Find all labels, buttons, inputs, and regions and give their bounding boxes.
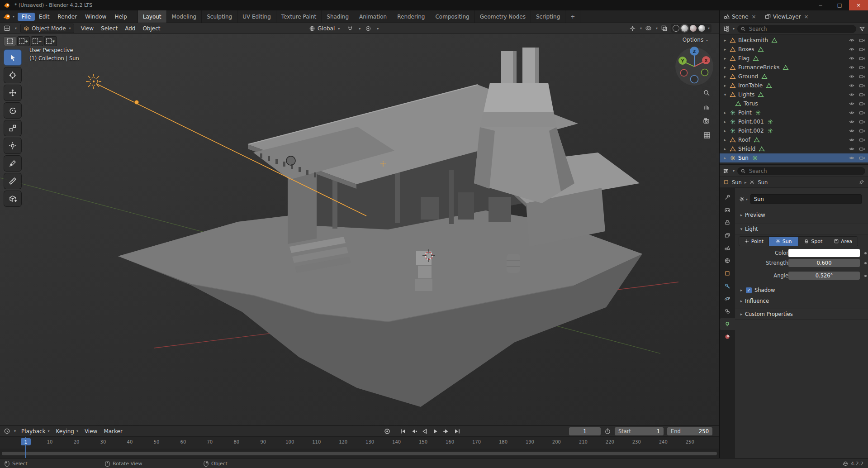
visibility-eye-icon[interactable]	[849, 119, 855, 125]
visibility-eye-icon[interactable]	[849, 155, 855, 161]
show-gizmo-icon[interactable]	[629, 25, 636, 32]
workspace-tab-uv-editing[interactable]: UV Editing	[237, 10, 276, 23]
workspace-tab-shading[interactable]: Shading	[321, 10, 354, 23]
tool-add-cube[interactable]	[4, 191, 22, 207]
timeline-ruler[interactable]: 1020304050607080901001101201301401501601…	[0, 437, 719, 449]
outliner-row-flag[interactable]: ▸Flag	[720, 54, 868, 63]
render-camera-icon[interactable]	[859, 82, 865, 89]
shading-wireframe-icon[interactable]	[673, 25, 679, 32]
light-type-sun[interactable]: Sun	[768, 237, 798, 246]
chevron-right-icon[interactable]: ▸	[722, 74, 728, 79]
add-workspace-tab[interactable]: +	[565, 10, 580, 23]
influence-section-header[interactable]: ▸ Influence	[735, 296, 868, 306]
timeline-menu-marker[interactable]: Marker	[101, 428, 125, 435]
shading-material-icon[interactable]	[690, 25, 697, 32]
play-button[interactable]	[431, 427, 441, 435]
strength-field[interactable]: 0.600	[788, 259, 860, 267]
render-camera-icon[interactable]	[859, 137, 865, 143]
render-camera-icon[interactable]	[859, 91, 865, 98]
properties-search-input[interactable]	[748, 167, 862, 175]
animate-dot-icon[interactable]	[864, 262, 867, 264]
outliner-row-furnancebricks[interactable]: ▸FurnanceBricks	[720, 63, 868, 72]
chevron-down-icon[interactable]: ▾	[722, 92, 728, 97]
render-camera-icon[interactable]	[859, 64, 865, 71]
select-mode-subtract-button[interactable]: −	[31, 36, 43, 46]
visibility-eye-icon[interactable]	[849, 82, 855, 89]
outliner-row-point-001[interactable]: ▸Point.001	[720, 117, 868, 126]
tool-scale[interactable]	[4, 120, 22, 136]
outliner-row-ground[interactable]: ▸Ground	[720, 72, 868, 81]
visibility-eye-icon[interactable]	[849, 64, 855, 71]
angle-field[interactable]: 0.526°	[788, 272, 860, 280]
tool-rotate[interactable]	[4, 102, 22, 119]
workspace-tab-rendering[interactable]: Rendering	[392, 10, 430, 23]
animate-dot-icon[interactable]	[864, 275, 867, 277]
workspace-tab-layout[interactable]: Layout	[138, 10, 166, 23]
tool-options-dropdown[interactable]: Options ▾	[683, 37, 708, 43]
render-camera-icon[interactable]	[859, 146, 865, 152]
shadow-checkbox[interactable]: ✓	[746, 287, 752, 293]
chevron-right-icon[interactable]: ▸	[722, 56, 728, 61]
shadow-section-header[interactable]: ▸ ✓ Shadow	[735, 285, 868, 295]
xray-toggle-icon[interactable]	[661, 25, 668, 32]
animate-dot-icon[interactable]	[864, 252, 867, 254]
viewlayer-selector[interactable]: ViewLayer ×	[773, 14, 810, 20]
outliner-row-boxes[interactable]: ▸Boxes	[720, 45, 868, 54]
light-type-area[interactable]: Area	[828, 237, 858, 246]
app-menu-help[interactable]: Help	[110, 13, 131, 21]
maximize-button[interactable]: □	[830, 0, 849, 10]
visibility-eye-icon[interactable]	[849, 37, 855, 43]
properties-tab-tool[interactable]	[721, 191, 734, 203]
timeline-editor-icon[interactable]	[4, 428, 10, 435]
pan-hand-button[interactable]	[701, 101, 713, 113]
timeline-menu-playback[interactable]: Playback▾	[19, 428, 52, 435]
end-frame-field[interactable]: End 250	[667, 427, 712, 435]
chevron-right-icon[interactable]: ▸	[722, 138, 728, 142]
show-overlays-icon[interactable]	[645, 25, 652, 32]
select-mode-difference-button[interactable]: ∗	[44, 36, 57, 46]
workspace-tab-sculpting[interactable]: Sculpting	[201, 10, 237, 23]
properties-tab-modifiers[interactable]	[721, 280, 734, 292]
mode-selector[interactable]: Object Mode ▾	[20, 24, 74, 33]
chevron-right-icon[interactable]: ▸	[722, 156, 728, 160]
close-button[interactable]: ×	[849, 0, 868, 10]
viewport-menu-view[interactable]: View	[78, 25, 97, 32]
viewlayer-unlink-icon[interactable]: ×	[803, 14, 810, 20]
chevron-right-icon[interactable]: ▸	[722, 38, 728, 43]
workspace-tab-scripting[interactable]: Scripting	[531, 10, 565, 23]
viewport-menu-select[interactable]: Select	[98, 25, 121, 32]
outliner-row-point-002[interactable]: ▸Point.002	[720, 126, 868, 135]
workspace-tab-modeling[interactable]: Modeling	[166, 10, 202, 23]
outliner-search[interactable]	[737, 25, 856, 33]
tool-transform[interactable]	[4, 138, 22, 154]
timeline-menu-keying[interactable]: Keying▾	[53, 428, 81, 435]
proportional-editing-icon[interactable]	[365, 25, 371, 32]
workspace-tab-animation[interactable]: Animation	[354, 10, 392, 23]
app-menu-window[interactable]: Window	[81, 13, 110, 21]
chevron-right-icon[interactable]: ▸	[722, 110, 728, 115]
viewport-canvas[interactable]: Z Y X	[0, 34, 719, 425]
properties-tab-object[interactable]	[721, 267, 734, 279]
timeline-scrollbar[interactable]	[2, 452, 717, 455]
jump-to-next-keyframe-button[interactable]	[441, 427, 451, 435]
outliner-row-sun[interactable]: ▸Sun	[720, 153, 868, 162]
viewport-menu-object[interactable]: Object	[139, 25, 163, 32]
visibility-eye-icon[interactable]	[849, 55, 855, 62]
blender-menu-button[interactable]: ▾	[0, 10, 18, 23]
visibility-eye-icon[interactable]	[849, 100, 855, 107]
render-camera-icon[interactable]	[859, 46, 865, 53]
render-camera-icon[interactable]	[859, 155, 865, 161]
scene-unlink-icon[interactable]: ×	[751, 14, 757, 20]
workspace-tab-compositing[interactable]: Compositing	[430, 10, 474, 23]
visibility-eye-icon[interactable]	[849, 146, 855, 152]
chevron-right-icon[interactable]: ▸	[722, 65, 728, 70]
editor-type-icon[interactable]	[4, 25, 10, 32]
play-reverse-button[interactable]	[420, 427, 430, 435]
workspace-tab-texture-paint[interactable]: Texture Paint	[276, 10, 321, 23]
properties-tab-physics[interactable]	[721, 293, 734, 305]
jump-to-end-button[interactable]	[452, 427, 462, 435]
select-mode-set-button[interactable]	[4, 36, 16, 46]
visibility-eye-icon[interactable]	[849, 128, 855, 134]
properties-editor-icon[interactable]	[722, 167, 729, 174]
render-camera-icon[interactable]	[859, 73, 865, 80]
